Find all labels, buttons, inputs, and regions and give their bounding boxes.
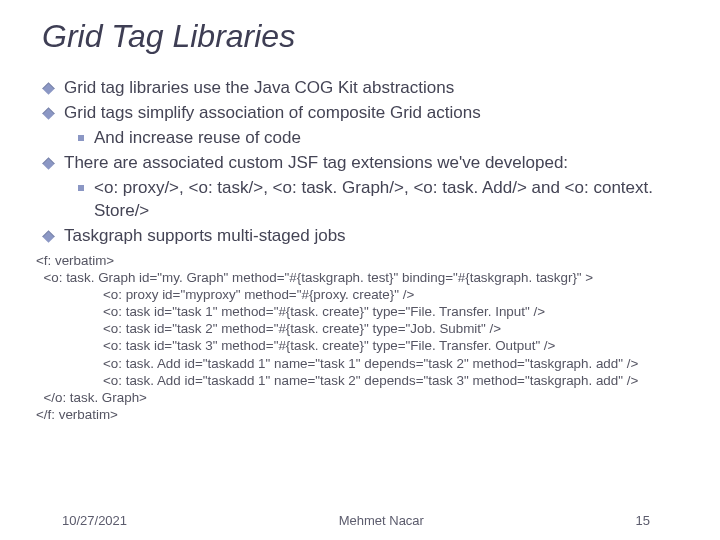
code-line: <o: task. Add id="taskadd 1" name="task … [36, 372, 692, 389]
code-line: <o: proxy id="myproxy" method="#{proxy. … [36, 286, 692, 303]
code-block: <f: verbatim> <o: task. Graph id="my. Gr… [36, 252, 692, 424]
sub-bullet-item: And increase reuse of code [74, 127, 692, 150]
bullet-list: Grid tag libraries use the Java COG Kit … [42, 77, 692, 248]
slide: Grid Tag Libraries Grid tag libraries us… [0, 0, 720, 540]
sub-bullet-list: <o: proxy/>, <o: task/>, <o: task. Graph… [74, 177, 692, 223]
footer-page: 15 [636, 513, 678, 528]
bullet-item: Taskgraph supports multi-staged jobs [42, 225, 692, 248]
bullet-item: Grid tag libraries use the Java COG Kit … [42, 77, 692, 100]
footer-date: 10/27/2021 [62, 513, 127, 528]
footer-author: Mehmet Nacar [339, 513, 424, 528]
code-line: <o: task id="task 2" method="#{task. cre… [36, 320, 692, 337]
footer: 10/27/2021 Mehmet Nacar 15 [0, 513, 720, 528]
sub-bullet-item: <o: proxy/>, <o: task/>, <o: task. Graph… [74, 177, 692, 223]
slide-title: Grid Tag Libraries [42, 18, 692, 55]
bullet-text: There are associated custom JSF tag exte… [64, 153, 568, 172]
code-line: </o: task. Graph> [36, 389, 692, 406]
code-line: <o: task id="task 1" method="#{task. cre… [36, 303, 692, 320]
bullet-item: Grid tags simplify association of compos… [42, 102, 692, 150]
bullet-text: Grid tags simplify association of compos… [64, 103, 481, 122]
bullet-item: There are associated custom JSF tag exte… [42, 152, 692, 223]
code-line: <o: task id="task 3" method="#{task. cre… [36, 337, 692, 354]
code-line: <f: verbatim> [36, 252, 692, 269]
code-line: </f: verbatim> [36, 406, 692, 423]
sub-bullet-list: And increase reuse of code [74, 127, 692, 150]
code-line: <o: task. Graph id="my. Graph" method="#… [36, 269, 692, 286]
code-line: <o: task. Add id="taskadd 1" name="task … [36, 355, 692, 372]
